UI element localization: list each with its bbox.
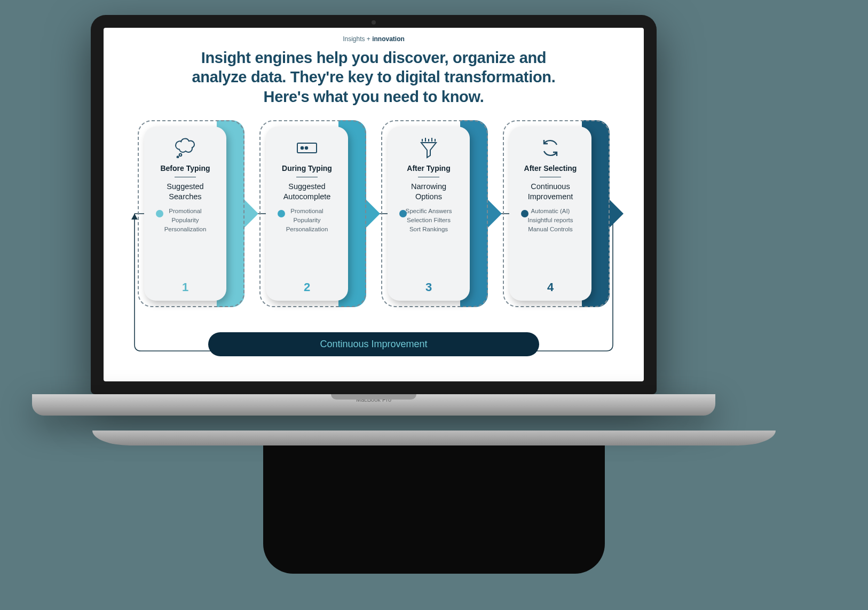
stage-details: Automatic (AI)Insightful reportsManual C… bbox=[527, 207, 573, 233]
divider bbox=[175, 177, 196, 177]
stage-phase: After Selecting bbox=[524, 164, 577, 173]
loop-label-pill: Continuous Improvement bbox=[208, 332, 539, 356]
cycle-arrows-icon bbox=[540, 136, 561, 160]
stage-details: PromotionalPopularityPersonalization bbox=[286, 207, 328, 233]
stage-number: 1 bbox=[182, 280, 188, 294]
stand-lip bbox=[92, 431, 776, 445]
stand-body bbox=[263, 445, 605, 574]
divider bbox=[296, 177, 318, 177]
process-flow: Before Typing SuggestedSearches Promotio… bbox=[120, 120, 628, 366]
svg-point-2 bbox=[177, 156, 179, 158]
camera-dot bbox=[372, 20, 376, 25]
screen: Insights + innovation Insight engines he… bbox=[104, 28, 644, 381]
connector-dot-1 bbox=[156, 210, 163, 217]
eyebrow: Insights + innovation bbox=[120, 35, 628, 43]
funnel-icon bbox=[418, 136, 439, 160]
svg-point-4 bbox=[301, 147, 303, 149]
svg-point-5 bbox=[305, 147, 307, 149]
stage-headline: SuggestedSearches bbox=[167, 182, 203, 202]
stage-phase: Before Typing bbox=[160, 164, 210, 173]
trackpad-notch bbox=[331, 394, 416, 400]
stage-phase: After Typing bbox=[407, 164, 450, 173]
eyebrow-prefix: Insights + bbox=[343, 35, 372, 43]
thought-cloud-icon bbox=[174, 136, 196, 160]
stage-headline: SuggestedAutocomplete bbox=[283, 182, 331, 202]
stage-1: Before Typing SuggestedSearches Promotio… bbox=[138, 120, 244, 307]
stage-3: After Typing NarrowingOptions Specific A… bbox=[381, 120, 488, 307]
laptop-mockup: Insights + innovation Insight engines he… bbox=[91, 15, 657, 416]
eyebrow-highlight: innovation bbox=[372, 35, 405, 43]
laptop-base: MacBook Pro bbox=[32, 394, 715, 416]
chevron-right-icon bbox=[244, 200, 258, 228]
stage-number: 2 bbox=[304, 280, 310, 294]
stage-details: PromotionalPopularityPersonalization bbox=[164, 207, 207, 233]
stage-number: 3 bbox=[425, 280, 432, 294]
input-field-icon bbox=[296, 136, 318, 160]
chevron-right-icon bbox=[366, 200, 380, 228]
connector-dot-2 bbox=[278, 210, 285, 217]
stage-2: During Typing SuggestedAutocomplete Prom… bbox=[259, 120, 366, 307]
divider bbox=[418, 177, 439, 177]
connector-dot-3 bbox=[399, 210, 407, 217]
laptop-lid: Insights + innovation Insight engines he… bbox=[91, 15, 657, 394]
chevron-right-icon bbox=[488, 200, 502, 228]
stage-details: Specific AnswersSelection FiltersSort Ra… bbox=[406, 207, 452, 233]
hero-headline: Insight engines help you discover, organ… bbox=[187, 48, 561, 106]
chevron-right-icon bbox=[610, 200, 624, 228]
connector-dot-4 bbox=[521, 210, 528, 217]
stage-row: Before Typing SuggestedSearches Promotio… bbox=[120, 120, 628, 307]
laptop-stand-reflection bbox=[92, 431, 776, 591]
stage-number: 4 bbox=[547, 280, 554, 294]
svg-point-1 bbox=[179, 153, 182, 156]
divider bbox=[540, 177, 561, 177]
stage-phase: During Typing bbox=[282, 164, 332, 173]
stage-headline: NarrowingOptions bbox=[411, 182, 446, 202]
stage-headline: ContinuousImprovement bbox=[528, 182, 573, 202]
stage-4: After Selecting ContinuousImprovement Au… bbox=[503, 120, 610, 307]
